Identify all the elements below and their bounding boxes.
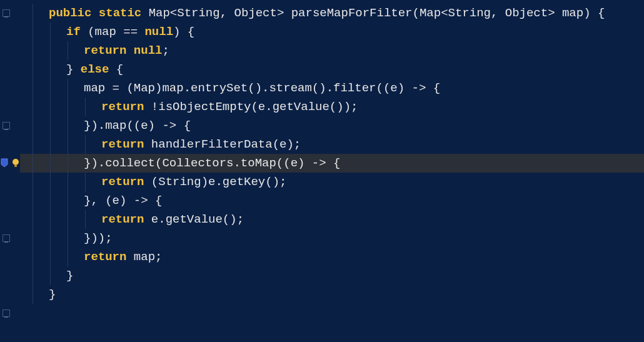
fold-marker-icon[interactable] (3, 234, 10, 242)
indent-guide (33, 173, 33, 191)
code-editor: public static Map<String, Object> parseM… (0, 0, 644, 342)
code-line[interactable]: if (map == null) { (20, 23, 644, 41)
text-token: handlerFilterData(e); (144, 138, 301, 151)
keyword-token: public (49, 6, 91, 20)
indent-guide (50, 191, 51, 210)
keyword-token: return (101, 213, 144, 226)
keyword-token: return (84, 44, 126, 58)
keyword-token: return (101, 100, 144, 114)
indent-guide (50, 79, 51, 98)
code-line[interactable]: } (20, 266, 644, 285)
indent-guide (33, 285, 33, 304)
indent-guide (33, 229, 33, 248)
indent-guide (33, 98, 33, 116)
code-line[interactable]: return e.getValue(); (20, 210, 644, 229)
indent-guide (50, 98, 51, 116)
text-token: map; (126, 250, 162, 264)
code-line[interactable]: }).collect(Collectors.toMap((e) -> { (20, 154, 644, 173)
code-line[interactable]: return (String)e.getKey(); (20, 173, 644, 191)
indent-guide (33, 60, 33, 79)
indent-guide (50, 266, 51, 285)
indent-guide (68, 41, 68, 60)
indent-guide (33, 4, 33, 23)
keyword-token: null (134, 44, 163, 58)
indent-guide (33, 41, 33, 60)
indent-guide (50, 154, 51, 173)
indent-guide (33, 191, 33, 210)
code-line[interactable]: }).map((e) -> { (20, 116, 644, 135)
indent-guide (50, 41, 51, 60)
code-line[interactable]: map = (Map)map.entrySet().stream().filte… (20, 79, 644, 98)
keyword-token: return (84, 250, 126, 264)
text-token: })); (84, 231, 113, 245)
code-line[interactable]: return null; (20, 41, 644, 60)
text-token: } (66, 63, 81, 76)
code-line[interactable]: public static Map<String, Object> parseM… (20, 4, 644, 23)
keyword-token: return (101, 175, 144, 189)
indent-guide (85, 210, 86, 229)
indent-guide (33, 154, 33, 173)
indent-guide (68, 191, 68, 210)
intention-bulb-icon[interactable] (11, 158, 20, 167)
indent-guide (85, 98, 86, 116)
keyword-token: if (66, 25, 81, 39)
indent-guide (33, 23, 33, 41)
text-token: } (66, 269, 73, 283)
keyword-token: static (99, 6, 141, 20)
indent-guide (50, 229, 51, 248)
indent-guide (68, 98, 68, 116)
indent-guide (68, 79, 68, 98)
indent-guide (85, 173, 86, 191)
indent-guide (33, 79, 33, 98)
indent-guide (50, 60, 51, 79)
indent-guide (85, 135, 86, 154)
keyword-token: else (81, 63, 109, 76)
code-line[interactable]: } else { (20, 60, 644, 79)
indent-guide (68, 154, 68, 173)
svg-rect-5 (14, 165, 17, 167)
code-area[interactable]: public static Map<String, Object> parseM… (20, 0, 644, 342)
text-token: ; (162, 44, 169, 58)
indent-guide (50, 23, 51, 41)
code-line[interactable]: }, (e) -> { (20, 191, 644, 210)
text-token: }).collect(Collectors.toMap((e) -> { (84, 156, 340, 170)
text-token: }).map((e) -> { (84, 119, 191, 133)
indent-guide (50, 135, 51, 154)
indent-guide (68, 210, 68, 229)
indent-guide (33, 266, 33, 285)
code-line[interactable]: return handlerFilterData(e); (20, 135, 644, 154)
indent-guide (33, 248, 33, 266)
text-token: (map == (81, 25, 145, 39)
code-line[interactable]: return map; (20, 248, 644, 266)
fold-marker-icon[interactable] (3, 122, 10, 129)
code-line[interactable]: return !isObjectEmpty(e.getValue()); (20, 98, 644, 116)
keyword-token: null (144, 25, 173, 39)
text-token: !isObjectEmpty(e.getValue()); (144, 100, 358, 114)
gutter (0, 0, 20, 342)
indent-guide (33, 135, 33, 154)
code-line[interactable]: } (20, 285, 644, 304)
indent-guide (50, 210, 51, 229)
bookmark-icon[interactable] (0, 158, 9, 168)
text-token: } (49, 288, 56, 301)
text-token: (String)e.getKey(); (144, 175, 286, 189)
code-line[interactable]: })); (20, 229, 644, 248)
indent-guide (68, 173, 68, 191)
fold-marker-icon[interactable] (3, 9, 10, 17)
keyword-token: return (101, 138, 144, 151)
indent-guide (50, 173, 51, 191)
text-token (91, 6, 98, 20)
indent-guide (68, 229, 68, 248)
indent-guide (50, 116, 51, 135)
svg-point-4 (13, 159, 19, 165)
indent-guide (50, 248, 51, 266)
text-token: { (109, 63, 123, 76)
indent-guide (33, 116, 33, 135)
text-token: e.getValue(); (144, 213, 244, 226)
indent-guide (68, 135, 68, 154)
text-token: map = (Map)map.entrySet().stream().filte… (84, 81, 440, 95)
text-token (126, 44, 133, 58)
fold-marker-icon[interactable] (3, 309, 10, 317)
indent-guide (68, 248, 68, 266)
text-token: }, (e) -> { (84, 194, 162, 208)
